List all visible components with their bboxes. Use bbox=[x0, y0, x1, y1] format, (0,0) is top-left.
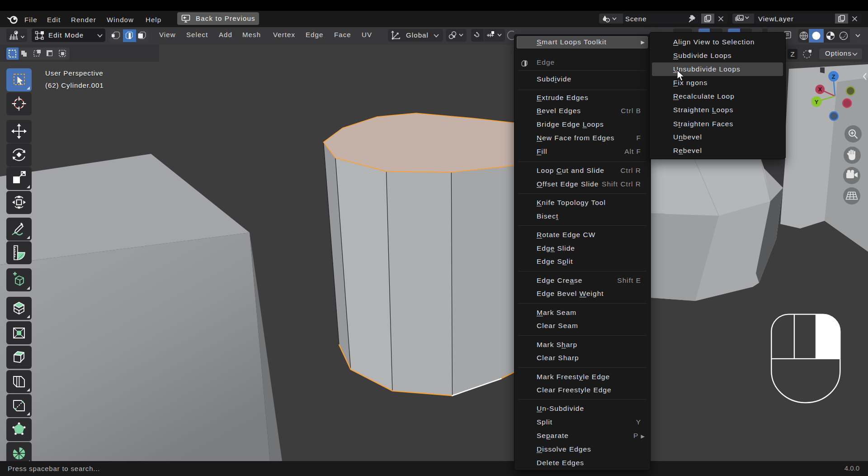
svg-text:Z: Z bbox=[832, 73, 835, 80]
svg-text:X: X bbox=[818, 86, 822, 93]
svg-text:Y: Y bbox=[815, 99, 819, 105]
